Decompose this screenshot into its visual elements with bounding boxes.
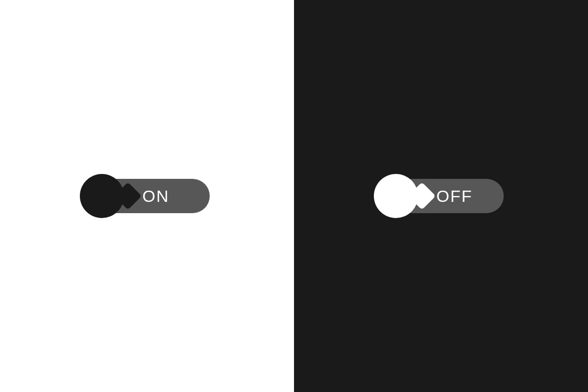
light-panel: ON <box>0 0 294 392</box>
toggle-on[interactable]: ON <box>85 179 210 213</box>
toggle-thumb-icon <box>374 174 418 218</box>
dark-panel: OFF <box>294 0 588 392</box>
toggle-off[interactable]: OFF <box>379 179 504 213</box>
toggle-off-label: OFF <box>437 179 473 213</box>
toggle-on-label: ON <box>143 179 170 213</box>
toggle-thumb-icon <box>80 174 124 218</box>
